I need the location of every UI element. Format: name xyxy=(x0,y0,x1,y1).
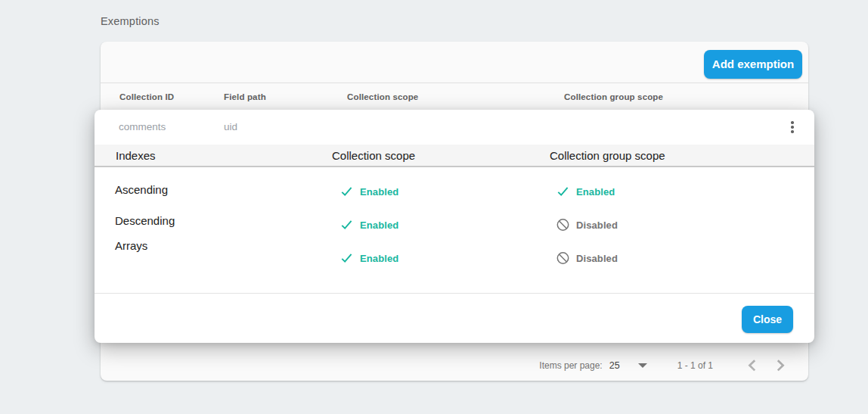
index-header-indexes: Indexes xyxy=(116,145,156,167)
index-row-label: Ascending xyxy=(115,183,168,196)
exemption-menu-button[interactable] xyxy=(779,114,806,141)
items-per-page-label: Items per page: xyxy=(539,360,602,371)
check-icon xyxy=(340,252,353,265)
collection-group-scope-status: Enabled xyxy=(556,185,615,198)
column-header-collection-id: Collection ID xyxy=(119,83,174,111)
index-row-label: Descending xyxy=(115,214,175,227)
chevron-right-icon xyxy=(774,360,786,372)
close-button[interactable]: Close xyxy=(742,306,793,333)
exemption-row: comments uid xyxy=(95,110,814,145)
index-row-arrays: Arrays Enabled Disabled xyxy=(95,241,814,275)
paginator: Items per page: 25 1 - 1 of 1 xyxy=(101,350,808,381)
column-header-collection-group-scope: Collection group scope xyxy=(564,83,663,111)
block-icon xyxy=(556,219,569,232)
column-header-field-path: Field path xyxy=(224,83,266,111)
collection-scope-status: Enabled xyxy=(340,219,398,232)
card-toolbar: Add exemption xyxy=(101,42,808,83)
index-table-header: Indexes Collection scope Collection grou… xyxy=(95,145,814,167)
collection-scope-status: Enabled xyxy=(340,252,398,265)
index-header-collection-group-scope: Collection group scope xyxy=(550,145,665,167)
kebab-menu-icon xyxy=(791,121,794,124)
index-row-descending: Descending Enabled Disabled xyxy=(95,208,814,241)
dialog-footer: Close xyxy=(95,294,814,342)
collection-group-scope-status: Disabled xyxy=(556,252,618,265)
exemption-collection-id: comments xyxy=(119,110,166,145)
exemption-field-path: uid xyxy=(224,110,237,145)
collection-scope-status: Enabled xyxy=(340,185,398,198)
chevron-left-icon xyxy=(746,360,758,372)
add-exemption-button[interactable]: Add exemption xyxy=(704,50,802,79)
check-icon xyxy=(340,185,353,198)
index-row-ascending: Ascending Enabled Enabled xyxy=(95,175,814,208)
previous-page-button[interactable] xyxy=(746,360,758,372)
exemptions-table-header: Collection ID Field path Collection scop… xyxy=(101,83,808,111)
page-title: Exemptions xyxy=(101,15,160,27)
collection-group-scope-status: Disabled xyxy=(556,219,618,232)
items-per-page-select[interactable]: 25 xyxy=(609,360,620,371)
paginator-range-label: 1 - 1 of 1 xyxy=(677,360,713,371)
check-icon xyxy=(340,219,353,232)
column-header-collection-scope: Collection scope xyxy=(347,83,418,111)
index-header-collection-scope: Collection scope xyxy=(332,145,415,167)
index-rows: Ascending Enabled Enabled Descending Ena… xyxy=(95,167,814,275)
index-row-label: Arrays xyxy=(115,239,147,252)
next-page-button[interactable] xyxy=(774,360,786,372)
check-icon xyxy=(556,185,569,198)
items-per-page-caret-icon[interactable] xyxy=(638,363,647,368)
exemption-details-dialog: comments uid Indexes Collection scope Co… xyxy=(95,110,814,343)
block-icon xyxy=(556,252,569,265)
